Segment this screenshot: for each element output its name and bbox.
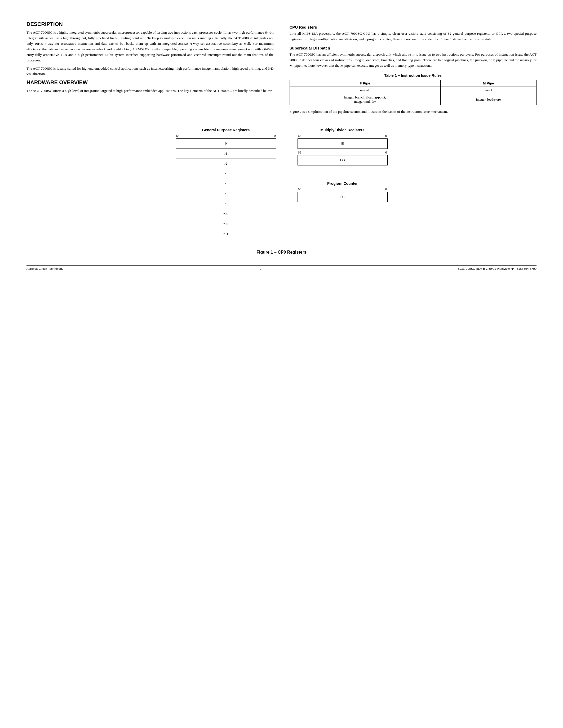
pc-bit-low: 0 xyxy=(385,187,387,191)
hi-register: HI xyxy=(298,138,387,149)
gpr-row-r2: r2 xyxy=(176,159,276,169)
table-row: HI xyxy=(298,138,387,149)
table-row: r2 xyxy=(176,159,276,169)
gpr-row-dot3: • xyxy=(176,189,276,199)
gpr-table: 0 r1 r2 • • • • r29 r30 r31 xyxy=(176,138,276,239)
pc-bit-labels: 63 0 xyxy=(298,187,388,191)
gpr-row-r30: r30 xyxy=(176,219,276,229)
table-cell-fpipe-row1: one of: xyxy=(290,87,440,94)
gpr-row-r1: r1 xyxy=(176,149,276,159)
description-para-2: The ACT 7000SC is ideally suited for hig… xyxy=(26,66,274,77)
table-row: r29 xyxy=(176,209,276,219)
gpr-bit-high: 63 xyxy=(176,134,180,138)
table-cell-mpipe-row2: integer, load/store xyxy=(440,94,536,105)
footer-page-number: 2 xyxy=(63,267,458,270)
lo-bit-low: 0 xyxy=(385,150,387,155)
table-row: one of: one of: xyxy=(290,87,537,94)
table-title: Table 1 – Instruction Issue Rules xyxy=(290,73,537,78)
gpr-row-dot2: • xyxy=(176,179,276,189)
table-row: PC xyxy=(298,192,387,202)
table-row: • xyxy=(176,169,276,179)
table-row: LO xyxy=(298,155,387,165)
multiply-divide-diagram: Multiply/Divide Registers 63 0 HI 63 0 xyxy=(298,128,388,165)
lo-bit-labels: 63 0 xyxy=(298,150,388,155)
cpu-registers-para-1: Like all MIPS ISA processors, the ACT 70… xyxy=(290,31,537,42)
hi-bit-low: 0 xyxy=(385,134,387,138)
multiply-divide-title: Multiply/Divide Registers xyxy=(320,128,364,132)
gpr-row-dot4: • xyxy=(176,199,276,209)
table-header-mpipe: M Pipe xyxy=(440,80,536,87)
pc-bit-high: 63 xyxy=(298,187,302,191)
gpr-diagram-group: General Purpose Registers 63 0 0 r1 r2 •… xyxy=(176,128,276,239)
table-row: • xyxy=(176,199,276,209)
figure2-caption-text: Figure 2 is a simplification of the pipe… xyxy=(290,109,537,115)
table-header-fpipe: F Pipe xyxy=(290,80,440,87)
table-row: 0 xyxy=(176,138,276,149)
description-para-1: The ACT 7000SC is a highly integrated sy… xyxy=(26,30,274,63)
footer-right: SCD7000SC REV B 7/30/01 Plainview NY (51… xyxy=(458,267,537,270)
gpr-bit-labels: 63 0 xyxy=(176,134,276,138)
table-row: r30 xyxy=(176,219,276,229)
table-row: r1 xyxy=(176,149,276,159)
gpr-row-dot1: • xyxy=(176,169,276,179)
lo-register: LO xyxy=(298,155,387,165)
cpu-registers-title: CPU Registers xyxy=(290,25,537,29)
gpr-row-r31: r31 xyxy=(176,229,276,239)
pc-table: PC xyxy=(298,192,388,202)
table-cell-mpipe-row1: one of: xyxy=(440,87,536,94)
program-counter-diagram: Program Counter 63 0 PC xyxy=(298,181,388,202)
table-row: r31 xyxy=(176,229,276,239)
hi-bit-high: 63 xyxy=(298,134,302,138)
superscalar-dispatch-title: Superscalar Dispatch xyxy=(290,46,537,50)
right-diagrams: Multiply/Divide Registers 63 0 HI 63 0 xyxy=(298,128,388,208)
description-title: DESCRIPTION xyxy=(26,21,274,27)
two-column-layout: DESCRIPTION The ACT 7000SC is a highly i… xyxy=(26,21,537,115)
hi-bit-labels: 63 0 xyxy=(298,134,388,138)
gpr-bit-low: 0 xyxy=(274,134,276,138)
gpr-title: General Purpose Registers xyxy=(202,128,250,132)
gpr-row-r29: r29 xyxy=(176,209,276,219)
lo-table: LO xyxy=(298,155,388,165)
pc-register: PC xyxy=(298,192,387,202)
page-container: DESCRIPTION The ACT 7000SC is a highly i… xyxy=(26,21,537,270)
table-row: integer, branch, floating-point,integer … xyxy=(290,94,537,105)
left-column: DESCRIPTION The ACT 7000SC is a highly i… xyxy=(26,21,274,115)
right-column: CPU Registers Like all MIPS ISA processo… xyxy=(290,21,537,115)
hi-table: HI xyxy=(298,138,388,149)
footer: Aeroflex Circuit Technology 2 SCD7000SC … xyxy=(26,265,537,270)
gpr-row-0: 0 xyxy=(176,138,276,149)
lo-bit-high: 63 xyxy=(298,150,302,155)
diagrams-section: General Purpose Registers 63 0 0 r1 r2 •… xyxy=(26,128,537,239)
superscalar-dispatch-para-1: The ACT 7000SC has an efficient symmetri… xyxy=(290,52,537,69)
hardware-overview-para-1: The ACT 7000SC offers a high-level of in… xyxy=(26,88,274,94)
instruction-issue-table: F Pipe M Pipe one of: one of: integer, b… xyxy=(290,80,537,105)
table-row: • xyxy=(176,189,276,199)
footer-left: Aeroflex Circuit Technology xyxy=(26,267,63,270)
program-counter-title: Program Counter xyxy=(327,181,358,186)
table-cell-fpipe-row2: integer, branch, floating-point,integer … xyxy=(290,94,440,105)
figure-main-caption: Figure 1 – CP0 Registers xyxy=(26,250,537,255)
hardware-overview-title: HARDWARE OVERVIEW xyxy=(26,79,274,86)
table-row: • xyxy=(176,179,276,189)
